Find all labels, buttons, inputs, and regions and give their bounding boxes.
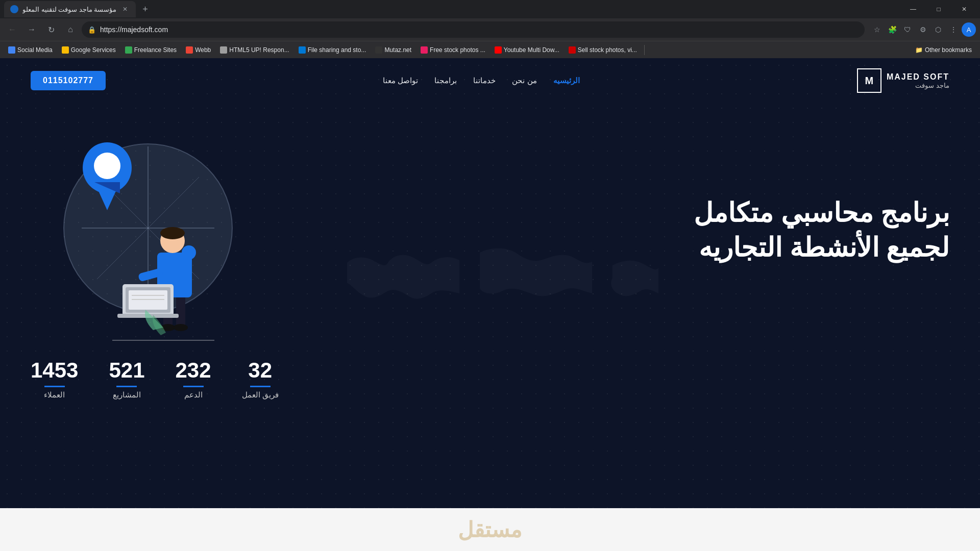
stats-section: 32 فريق العمل 232 الدعم 521 المشاريع 145…	[0, 348, 980, 410]
bookmark-mutaz[interactable]: Mutaz.net	[371, 45, 415, 55]
stat-number-projects: 521	[109, 358, 144, 383]
illustration-svg	[31, 116, 286, 345]
nav-item-home[interactable]: الرئيسيه	[553, 76, 580, 85]
stat-clients: 1453 العملاء	[31, 358, 78, 399]
bookmark-webb[interactable]: Webb	[182, 45, 215, 55]
browser-chrome: مؤسسة ماجد سوفت لتقنيه المعلو ✕ + — □ ✕ …	[0, 0, 980, 58]
bookmark-html5up[interactable]: HTML5 UP! Respon...	[216, 45, 293, 55]
minimize-button[interactable]: —	[901, 1, 925, 17]
new-tab-button[interactable]: +	[138, 2, 152, 16]
stat-label-team: فريق العمل	[242, 390, 279, 399]
url-text: https://majedsoft.com	[100, 26, 859, 34]
hero-text: برنامج محاسبي متكامل لجميع الأنشطة التجا…	[286, 196, 949, 265]
svg-point-13	[174, 324, 188, 331]
profile-button[interactable]: A	[962, 22, 976, 37]
stat-label-projects: المشاريع	[109, 390, 144, 399]
refresh-button[interactable]: ↻	[43, 21, 59, 38]
svg-point-17	[160, 227, 185, 239]
maximize-button[interactable]: □	[927, 1, 950, 17]
nav-item-about[interactable]: من نحن	[512, 76, 536, 85]
tab-favicon	[10, 5, 18, 13]
logo-en: MAJED SOFT	[887, 72, 949, 82]
bookmark-favicon	[569, 46, 576, 54]
cta-phone-button[interactable]: 0115102777	[31, 71, 106, 90]
bookmark-star-icon[interactable]: ☆	[870, 22, 884, 37]
bookmark-favicon	[220, 46, 227, 54]
address-bar-actions: ☆ 🧩 🛡 ⚙ ⬡ ⋮ A	[870, 22, 976, 37]
stat-label-clients: العملاء	[31, 390, 78, 399]
stat-bar-clients	[44, 386, 65, 387]
extensions-button[interactable]: ⬡	[931, 22, 945, 37]
settings-icon[interactable]: ⚙	[916, 22, 930, 37]
bookmark-freelance[interactable]: Freelance Sites	[121, 45, 181, 55]
back-button[interactable]: ←	[4, 21, 20, 38]
extension-icon[interactable]: 🧩	[885, 22, 899, 37]
logo-ar: ماجد سوفت	[887, 82, 949, 89]
shield-icon[interactable]: 🛡	[900, 22, 915, 37]
logo[interactable]: MAJED SOFT ماجد سوفت M	[857, 68, 949, 93]
nav-item-contact[interactable]: تواصل معنا	[383, 76, 418, 85]
address-bar-row: ← → ↻ ⌂ 🔒 https://majedsoft.com ☆ 🧩 🛡 ⚙ …	[0, 18, 980, 41]
hero-section: برنامج محاسبي متكامل لجميع الأنشطة التجا…	[0, 103, 980, 348]
bookmark-favicon	[375, 46, 382, 54]
bookmark-favicon	[125, 46, 132, 54]
tab-title: مؤسسة ماجد سوفت لتقنيه المعلو	[22, 6, 116, 13]
nav-links: الرئيسيه من نحن خدماتنا برامجنا تواصل مع…	[383, 76, 579, 85]
svg-rect-11	[176, 294, 185, 328]
stat-label-support: الدعم	[176, 390, 211, 399]
tab-close-button[interactable]: ✕	[120, 5, 130, 14]
close-button[interactable]: ✕	[952, 1, 976, 17]
bookmark-sell-stock[interactable]: Sell stock photos, vi...	[565, 45, 641, 55]
bookmarks-divider	[644, 45, 645, 55]
logo-box: M	[857, 68, 881, 93]
bookmark-favicon	[186, 46, 193, 54]
bookmark-favicon	[8, 46, 15, 54]
stat-bar-projects	[116, 386, 137, 387]
mustaqil-logo: مستقل	[458, 517, 522, 542]
bookmark-favicon	[421, 46, 428, 54]
navbar: MAJED SOFT ماجد سوفت M الرئيسيه من نحن خ…	[0, 58, 980, 103]
logo-text: MAJED SOFT ماجد سوفت	[887, 72, 949, 89]
bookmark-favicon	[299, 46, 306, 54]
website-content: MAJED SOFT ماجد سوفت M الرئيسيه من نحن خ…	[0, 58, 980, 508]
stat-bar-support	[183, 386, 204, 387]
address-bar[interactable]: 🔒 https://majedsoft.com	[82, 21, 865, 38]
footer-preview: مستقل	[0, 508, 980, 551]
stat-team: 32 فريق العمل	[242, 358, 279, 399]
stat-number-support: 232	[176, 358, 211, 383]
tab-bar: مؤسسة ماجد سوفت لتقنيه المعلو ✕ + — □ ✕	[0, 0, 980, 18]
bookmark-youtube-multi[interactable]: Youtube Multi Dow...	[491, 45, 564, 55]
nav-item-programs[interactable]: برامجنا	[434, 76, 457, 85]
lock-icon: 🔒	[88, 26, 96, 34]
other-bookmarks[interactable]: 📁 Other bookmarks	[911, 45, 976, 55]
bookmark-favicon	[495, 46, 502, 54]
bookmark-free-stock[interactable]: Free stock photos ...	[416, 45, 489, 55]
bookmark-filesharing[interactable]: File sharing and sto...	[295, 45, 371, 55]
window-controls: — □ ✕	[901, 1, 976, 17]
stat-bar-team	[250, 386, 271, 387]
menu-button[interactable]: ⋮	[946, 22, 961, 37]
hero-title: برنامج محاسبي متكامل لجميع الأنشطة التجا…	[286, 196, 949, 265]
nav-item-services[interactable]: خدماتنا	[473, 76, 496, 85]
stat-number-team: 32	[242, 358, 279, 383]
bookmark-google-services[interactable]: Google Services	[58, 45, 120, 55]
stat-projects: 521 المشاريع	[109, 358, 144, 399]
home-button[interactable]: ⌂	[62, 21, 79, 38]
stat-support: 232 الدعم	[176, 358, 211, 399]
bookmarks-bar: Social Media Google Services Freelance S…	[0, 41, 980, 58]
forward-button[interactable]: →	[23, 21, 40, 38]
stat-number-clients: 1453	[31, 358, 78, 383]
active-tab[interactable]: مؤسسة ماجد سوفت لتقنيه المعلو ✕	[4, 1, 136, 17]
bookmark-favicon	[62, 46, 69, 54]
svg-point-8	[94, 153, 120, 179]
folder-icon: 📁	[915, 46, 923, 54]
hero-illustration	[31, 123, 286, 338]
bookmark-social-media[interactable]: Social Media	[4, 45, 57, 55]
